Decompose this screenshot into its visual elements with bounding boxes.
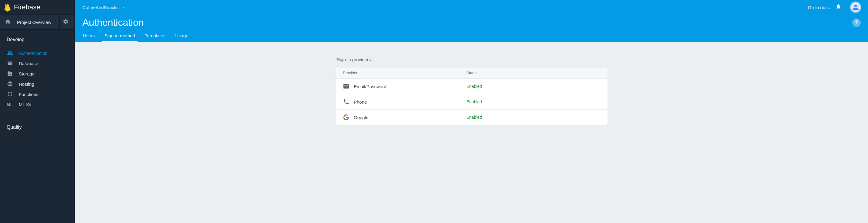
provider-row-email[interactable]: Email/Password Enabled	[336, 78, 608, 94]
column-header-provider: Provider	[343, 71, 466, 75]
sidebar-item-label: Authentication	[19, 51, 48, 56]
tabs: Users Sign-in method Templates Usage	[75, 30, 868, 42]
section-title-quality: Quality	[0, 117, 74, 135]
tab-users[interactable]: Users	[82, 30, 95, 42]
tab-label: Usage	[175, 33, 188, 38]
tab-label: Sign-in method	[104, 33, 135, 38]
google-icon	[343, 114, 349, 121]
home-icon	[5, 19, 11, 26]
project-name: CoffeeAndSnacks	[82, 5, 119, 10]
tab-label: Users	[83, 33, 95, 38]
sidebar: Firebase Project Overview Develop Authen…	[0, 0, 75, 223]
sidebar-item-label: Storage	[19, 71, 35, 76]
db-icon	[7, 60, 13, 66]
docs-link[interactable]: Go to docs	[808, 5, 830, 10]
bell-icon	[835, 4, 841, 11]
provider-status: Enabled	[466, 99, 600, 104]
phone-icon	[343, 98, 349, 105]
column-header-status: Status	[466, 71, 600, 75]
sidebar-item-label: Functions	[19, 92, 38, 97]
notifications-button[interactable]	[835, 4, 842, 11]
sidebar-item-label: ML Kit	[19, 102, 31, 107]
help-icon: ?	[855, 20, 858, 26]
section-title-signin-providers: Sign-in providers	[337, 57, 608, 62]
provider-row-google[interactable]: Google Enabled	[336, 109, 608, 125]
tab-usage[interactable]: Usage	[175, 30, 189, 42]
logo-row[interactable]: Firebase	[0, 0, 74, 14]
content: Sign-in providers Provider Status Email/…	[75, 42, 868, 223]
gear-icon	[63, 19, 69, 26]
sidebar-item-label: Database	[19, 61, 38, 66]
provider-status: Enabled	[466, 115, 600, 120]
project-overview-label: Project Overview	[17, 20, 57, 25]
folder-icon	[7, 71, 13, 77]
sidebar-item-database[interactable]: Database	[0, 58, 74, 68]
main: CoffeeAndSnacks Go to docs Authent	[75, 0, 868, 223]
providers-card: Provider Status Email/Password Enabled	[336, 68, 608, 125]
tab-templates[interactable]: Templates	[144, 30, 166, 42]
provider-name: Google	[354, 115, 368, 120]
sidebar-list-develop: Authentication Database Storage Hosting	[0, 48, 74, 110]
people-icon	[7, 50, 13, 56]
section-title-develop: Develop	[0, 30, 74, 48]
avatar[interactable]	[850, 2, 861, 12]
provider-name: Phone	[354, 99, 367, 104]
sidebar-item-label: Hosting	[19, 82, 34, 87]
sidebar-item-hosting[interactable]: Hosting	[0, 79, 74, 89]
page-title: Authentication	[82, 17, 144, 28]
provider-status: Enabled	[466, 84, 600, 89]
topbar: CoffeeAndSnacks Go to docs	[75, 0, 868, 14]
fn-icon	[7, 91, 13, 97]
help-button[interactable]: ?	[852, 19, 861, 27]
ml-icon	[7, 102, 13, 107]
settings-button[interactable]	[59, 16, 71, 28]
sidebar-item-mlkit[interactable]: ML Kit	[0, 99, 74, 110]
sidebar-item-storage[interactable]: Storage	[0, 68, 74, 79]
brand-name: Firebase	[14, 3, 40, 11]
sidebar-item-authentication[interactable]: Authentication	[0, 48, 74, 58]
provider-name: Email/Password	[354, 84, 386, 89]
sidebar-project-overview[interactable]: Project Overview	[0, 14, 74, 30]
tab-label: Templates	[145, 33, 165, 38]
firebase-logo-icon	[4, 3, 11, 11]
providers-table-head: Provider Status	[336, 68, 608, 78]
mail-icon	[343, 83, 349, 90]
header: CoffeeAndSnacks Go to docs Authent	[75, 0, 868, 42]
tab-signin-method[interactable]: Sign-in method	[104, 30, 136, 42]
title-row: Authentication ?	[75, 14, 868, 30]
provider-row-phone[interactable]: Phone Enabled	[336, 94, 608, 109]
project-selector[interactable]: CoffeeAndSnacks	[82, 5, 125, 10]
globe-icon	[7, 81, 13, 87]
sidebar-item-functions[interactable]: Functions	[0, 89, 74, 99]
chevron-down-icon	[122, 5, 125, 10]
